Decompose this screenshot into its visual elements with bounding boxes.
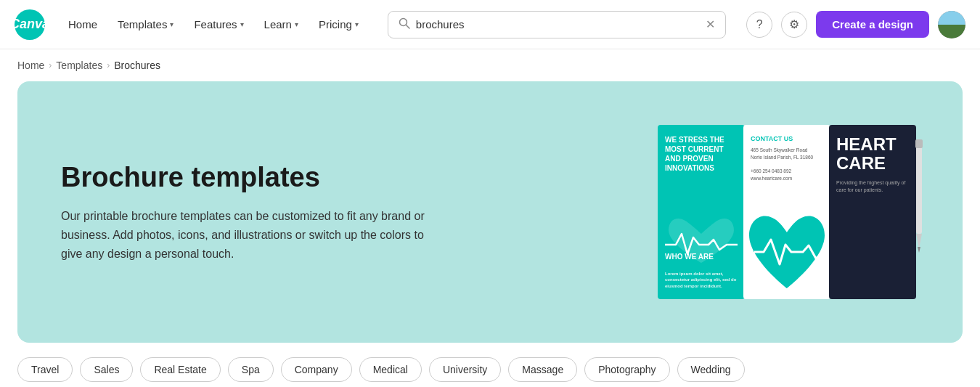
- filter-tag[interactable]: Wedding: [677, 357, 745, 382]
- filter-tag[interactable]: Spa: [228, 357, 274, 382]
- brochure-right-tagline: Providing the highest quality of care fo…: [836, 179, 909, 194]
- breadcrumb-sep-1: ›: [49, 60, 52, 70]
- pen-icon: [905, 118, 934, 277]
- search-input[interactable]: [416, 18, 700, 30]
- chevron-down-icon: ▾: [295, 20, 298, 28]
- search-icon: [399, 17, 410, 32]
- filter-tag[interactable]: Massage: [508, 357, 577, 382]
- filter-tag[interactable]: Company: [281, 357, 352, 382]
- navbar: Canva Home Templates ▾ Features ▾ Learn …: [0, 0, 980, 49]
- nav-templates[interactable]: Templates ▾: [109, 12, 182, 36]
- nav-home-label: Home: [68, 18, 97, 30]
- chevron-down-icon: ▾: [170, 20, 173, 28]
- nav-pricing-label: Pricing: [319, 18, 352, 30]
- hero-banner: Brochure templates Our printable brochur…: [17, 81, 963, 343]
- brochure-panel-middle: CONTACT US 465 South Skywalker RoadNorte…: [743, 125, 830, 299]
- clear-search-icon[interactable]: ✕: [706, 19, 715, 30]
- nav-right: ? ⚙ Create a design: [746, 11, 965, 38]
- breadcrumb-templates[interactable]: Templates: [56, 60, 102, 71]
- nav-home[interactable]: Home: [60, 12, 106, 36]
- filter-tag[interactable]: Real Estate: [140, 357, 220, 382]
- help-icon: ?: [756, 18, 763, 31]
- svg-line-1: [406, 25, 409, 28]
- nav-links: Home Templates ▾ Features ▾ Learn ▾ Pric…: [60, 12, 367, 36]
- canva-logo[interactable]: Canva: [15, 9, 45, 40]
- brochure-panel-left: WE STRESS THE MOST CURRENT AND PROVEN IN…: [658, 125, 745, 299]
- nav-features[interactable]: Features ▾: [185, 12, 252, 36]
- teal-heart-icon: [743, 205, 830, 299]
- brochure-contact-title: CONTACT US: [751, 135, 823, 142]
- filter-tag[interactable]: Medical: [359, 357, 422, 382]
- help-button[interactable]: ?: [746, 12, 772, 38]
- brochure-panel-right: HEARTCARE Providing the highest quality …: [829, 125, 916, 299]
- nav-learn[interactable]: Learn ▾: [256, 12, 307, 36]
- nav-learn-label: Learn: [264, 18, 292, 30]
- nav-pricing[interactable]: Pricing ▾: [310, 12, 367, 36]
- svg-marker-5: [918, 247, 920, 253]
- brochure-left-headline: WE STRESS THE MOST CURRENT AND PROVEN IN…: [665, 135, 738, 173]
- svg-rect-3: [915, 139, 923, 148]
- filter-tag[interactable]: Sales: [80, 357, 133, 382]
- breadcrumb: Home › Templates › Brochures: [0, 49, 980, 81]
- svg-rect-2: [916, 139, 922, 234]
- search-bar: ✕: [388, 11, 726, 38]
- brochure-left-body: Lorem ipsum dolor sit amet, consectetur …: [665, 271, 738, 289]
- filter-tag[interactable]: Travel: [17, 357, 73, 382]
- hero-text: Brochure templates Our printable brochur…: [61, 161, 438, 263]
- hero-description: Our printable brochure templates can be …: [61, 207, 438, 263]
- brochure-contact-address: 465 South Skywalker RoadNorte Island Par…: [751, 147, 823, 182]
- logo-text: Canva: [10, 17, 49, 32]
- nav-features-label: Features: [194, 18, 237, 30]
- breadcrumb-current: Brochures: [114, 60, 160, 71]
- breadcrumb-sep-2: ›: [107, 60, 110, 70]
- avatar-image: [938, 11, 965, 38]
- avatar[interactable]: [938, 11, 965, 38]
- settings-button[interactable]: ⚙: [781, 12, 807, 38]
- svg-marker-4: [916, 234, 922, 248]
- create-design-button[interactable]: Create a design: [816, 11, 929, 38]
- filter-tags: TravelSalesReal EstateSpaCompanyMedicalU…: [0, 343, 980, 387]
- heart-ecg-icon: [661, 212, 741, 270]
- nav-templates-label: Templates: [118, 18, 167, 30]
- filter-tag[interactable]: Photography: [584, 357, 669, 382]
- breadcrumb-home[interactable]: Home: [17, 60, 44, 71]
- chevron-down-icon: ▾: [240, 20, 244, 28]
- filter-tag[interactable]: University: [429, 357, 501, 382]
- gear-icon: ⚙: [789, 17, 799, 31]
- hero-brochure-image: WE STRESS THE MOST CURRENT AND PROVEN IN…: [658, 110, 919, 314]
- brochure-right-title: HEARTCARE: [836, 135, 897, 174]
- hero-title: Brochure templates: [61, 161, 438, 195]
- chevron-down-icon: ▾: [355, 20, 359, 28]
- brochure-container: WE STRESS THE MOST CURRENT AND PROVEN IN…: [658, 110, 919, 314]
